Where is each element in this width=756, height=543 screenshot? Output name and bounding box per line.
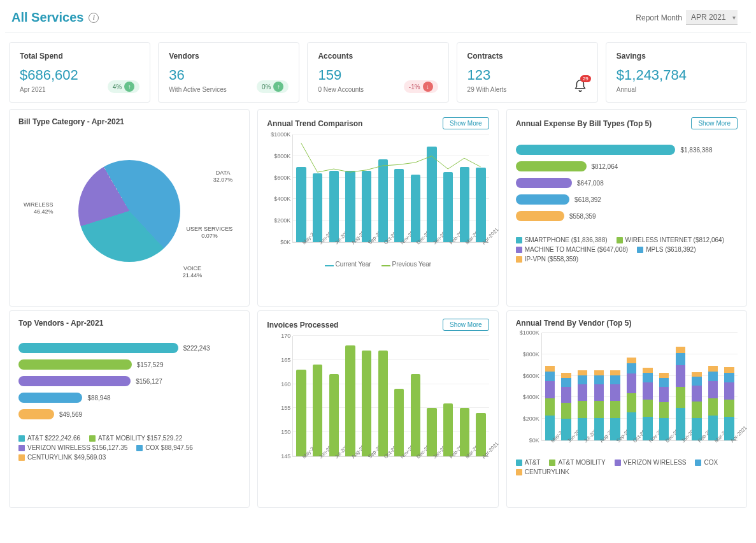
card-vendors[interactable]: Vendors 36 With Active Services 0% ↑ — [158, 42, 299, 103]
card-value: $1,243,784 — [617, 67, 736, 83]
card-contracts[interactable]: Contracts 123 29 With Alerts 29 — [457, 42, 598, 103]
bar-row: $49,569 — [18, 409, 240, 419]
pie-label-wireless: WIRELESS46.42% — [24, 201, 53, 215]
pie-label-voice: VOICE21.44% — [183, 265, 203, 279]
panel-title: Annual Expense By Bill Types (Top 5) — [516, 119, 652, 128]
card-title: Vendors — [169, 52, 289, 61]
panel-title: Invoices Processed — [267, 321, 338, 329]
card-sub: Annual — [617, 86, 736, 93]
card-savings[interactable]: Savings $1,243,784 Annual — [606, 42, 747, 103]
alert-count: 29 — [580, 75, 591, 82]
card-sub: Apr 2021 — [20, 86, 78, 93]
legend: Current Year Previous Year — [267, 261, 489, 268]
card-value: $686,602 — [20, 67, 78, 83]
card-accounts[interactable]: Accounts 159 0 New Accounts -1% ↓ — [307, 42, 448, 103]
bar-row: $88,948 — [18, 393, 240, 403]
bar-row: $1,836,388 — [516, 145, 738, 155]
panel-annual-trend: Annual Trend Comparison Show More $0K$20… — [257, 109, 498, 307]
card-title: Contracts — [467, 52, 587, 61]
panels-row-2: Top Vendors - Apr-2021 $222,243$157,529$… — [9, 310, 747, 508]
card-title: Savings — [617, 52, 736, 61]
pie-label-data: DATA32.07% — [213, 170, 233, 184]
panels-row-1: Bill Type Category - Apr-2021 WIRELESS46… — [9, 109, 747, 307]
pie-label-userservices: USER SERVICES0.07% — [186, 226, 232, 240]
panel-title: Bill Type Category - Apr-2021 — [18, 117, 124, 126]
delta-badge: 4% ↑ — [108, 80, 139, 93]
bar-row: $222,243 — [18, 343, 240, 353]
page-header: All Services i Report Month APR 2021 ▾ — [5, 5, 751, 33]
bar-row: $157,529 — [18, 359, 240, 370]
chart-vendor-trend: $0K$200K$400K$600K$800K$1000KMay-2020Jun… — [516, 333, 738, 475]
panel-top-vendors: Top Vendors - Apr-2021 $222,243$157,529$… — [9, 310, 250, 508]
chart-bill-type: WIRELESS46.42% DATA32.07% USER SERVICES0… — [18, 131, 240, 291]
panel-bill-type: Bill Type Category - Apr-2021 WIRELESS46… — [9, 109, 250, 307]
panel-expense-billtypes: Annual Expense By Bill Types (Top 5) Sho… — [506, 109, 747, 307]
card-value: 159 — [318, 67, 364, 83]
chart-expense: $1,836,388$812,064$647,008$618,392$558,3… — [516, 134, 738, 231]
card-value: 123 — [467, 67, 507, 83]
delta-badge: -1% ↓ — [404, 80, 438, 93]
card-value: 36 — [169, 67, 227, 83]
chart-invoices: 145150155160165170May-2020Jun-2020Jul-20… — [267, 336, 489, 457]
panel-invoices: Invoices Processed Show More 14515015516… — [257, 310, 498, 508]
bar-row: $647,008 — [516, 178, 738, 188]
card-total-spend[interactable]: Total Spend $686,602 Apr 2021 4% ↑ — [9, 42, 150, 103]
card-title: Total Spend — [20, 52, 139, 61]
bar-row: $618,392 — [516, 194, 738, 205]
show-more-button[interactable]: Show More — [443, 319, 489, 331]
show-more-button[interactable]: Show More — [691, 117, 738, 129]
delta-badge: 0% ↑ — [257, 80, 289, 93]
legend: AT&TAT&T MOBILITYVERIZON WIRELESSCOXCENT… — [516, 459, 738, 475]
panel-title: Annual Trend By Vendor (Top 5) — [516, 319, 632, 328]
panel-title: Top Vendors - Apr-2021 — [18, 319, 103, 328]
pie-chart — [78, 160, 180, 262]
report-month-label: Report Month — [636, 13, 682, 22]
arrow-up-icon: ↑ — [273, 82, 283, 92]
chart-top-vendors: $222,243$157,529$156,127$88,948$49,569 — [18, 333, 240, 430]
bar-row: $156,127 — [18, 376, 240, 386]
card-sub: 29 With Alerts — [467, 86, 507, 93]
bar-row: $812,064 — [516, 161, 738, 171]
panel-vendor-trend: Annual Trend By Vendor (Top 5) $0K$200K$… — [506, 310, 747, 508]
kpi-cards: Total Spend $686,602 Apr 2021 4% ↑ Vendo… — [9, 42, 747, 103]
card-title: Accounts — [318, 52, 438, 61]
page-title: All Services i — [11, 10, 99, 25]
legend: SMARTPHONE ($1,836,388)WIRELESS INTERNET… — [516, 236, 738, 263]
show-more-button[interactable]: Show More — [443, 117, 489, 129]
card-sub: 0 New Accounts — [318, 86, 364, 93]
card-sub: With Active Services — [169, 86, 227, 93]
title-text: All Services — [11, 10, 83, 25]
report-month-picker: Report Month APR 2021 ▾ — [636, 10, 745, 25]
arrow-up-icon: ↑ — [124, 82, 134, 92]
arrow-down-icon: ↓ — [423, 82, 433, 92]
report-month-select[interactable]: APR 2021 — [686, 10, 738, 25]
bar-row: $558,359 — [516, 211, 738, 221]
legend: AT&T $222,242.66AT&T MOBILITY $157,529.2… — [18, 435, 240, 461]
info-icon[interactable]: i — [89, 13, 99, 23]
chart-annual-trend: $0K$200K$400K$600K$800K$1000KMay-2020Jun… — [267, 134, 489, 268]
panel-title: Annual Trend Comparison — [267, 119, 362, 128]
bell-icon[interactable]: 29 — [573, 79, 587, 93]
